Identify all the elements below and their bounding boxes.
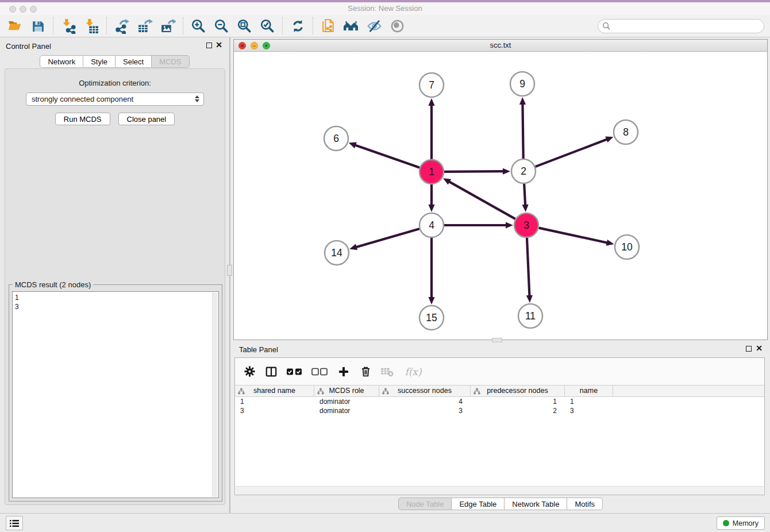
close-panel-button[interactable]: Close panel — [118, 113, 175, 125]
hide-all-columns-button[interactable] — [310, 363, 330, 380]
graph-node-9[interactable]: 9 — [510, 72, 534, 96]
network-minimize-button[interactable]: − — [251, 42, 258, 49]
status-bar: Memory — [0, 513, 770, 532]
graph-node-4[interactable]: 4 — [419, 213, 444, 237]
table-cell[interactable]: 1 — [565, 397, 613, 406]
delete-table-button[interactable] — [379, 363, 396, 380]
table-float-icon[interactable] — [746, 346, 752, 352]
network-close-button[interactable]: ✕ — [238, 42, 246, 49]
column-header-predecessor-nodes[interactable]: predecessor nodes — [471, 385, 565, 396]
table-tab-motifs[interactable]: Motifs — [567, 498, 603, 510]
graph-node-8[interactable]: 8 — [614, 120, 638, 144]
graph-edge-1-2[interactable] — [444, 171, 505, 172]
graph-edge-3-10[interactable] — [538, 228, 608, 243]
result-scrollbar[interactable] — [212, 292, 218, 497]
table-cell[interactable]: 2 — [471, 406, 565, 415]
save-session-button[interactable] — [26, 17, 49, 35]
app-minimize-button[interactable] — [20, 6, 26, 13]
tab-mcds[interactable]: MCDS — [152, 55, 189, 68]
graph-node-2[interactable]: 2 — [511, 159, 536, 183]
export-image-button[interactable] — [156, 17, 179, 35]
graph-edge-2-9[interactable] — [522, 103, 523, 159]
split-panel-button[interactable] — [263, 363, 280, 380]
table-cell[interactable]: dominator — [314, 397, 379, 406]
search-input[interactable] — [598, 19, 764, 33]
app-zoom-button[interactable] — [30, 6, 37, 13]
show-graphics-details-button[interactable] — [386, 17, 409, 35]
table-row[interactable]: 3dominator323 — [235, 406, 764, 415]
network-maximize-button[interactable]: + — [263, 42, 270, 49]
graph-node-3[interactable]: 3 — [514, 213, 538, 237]
graph-node-14[interactable]: 14 — [325, 241, 349, 265]
graph-edge-3-1[interactable] — [448, 181, 515, 219]
table-tab-network-table[interactable]: Network Table — [505, 498, 567, 510]
table-horizontal-scrollbar[interactable] — [236, 486, 764, 495]
table-cell[interactable]: 3 — [565, 406, 613, 415]
memory-button[interactable]: Memory — [717, 516, 765, 530]
table-settings-button[interactable] — [241, 363, 258, 380]
graph-edge-2-8[interactable] — [536, 139, 609, 167]
show-all-networks-button[interactable] — [340, 17, 363, 35]
table-cell[interactable]: 4 — [379, 397, 471, 406]
zoom-out-button[interactable] — [210, 17, 233, 35]
table-row[interactable]: 1dominator411 — [235, 397, 764, 406]
graph-edge-1-6[interactable] — [354, 145, 419, 168]
graph-node-11[interactable]: 11 — [518, 304, 542, 328]
graph-edge-3-11[interactable] — [527, 238, 530, 297]
tab-style[interactable]: Style — [83, 55, 116, 68]
column-header-MCDS-role[interactable]: MCDS role — [314, 385, 379, 396]
tab-network[interactable]: Network — [40, 55, 83, 68]
zoom-selected-button[interactable] — [256, 17, 279, 35]
function-builder-button[interactable]: f(x) — [401, 363, 426, 380]
zoom-in-button[interactable] — [187, 17, 210, 35]
table-cell[interactable]: dominator — [314, 406, 379, 415]
table-cell[interactable]: 1 — [471, 397, 565, 406]
trash-icon — [360, 365, 372, 377]
delete-columns-button[interactable] — [357, 363, 374, 380]
tab-select[interactable]: Select — [116, 55, 152, 68]
import-table-button[interactable] — [80, 17, 103, 35]
panel-splitter-handle[interactable] — [227, 265, 232, 276]
network-window-titlebar[interactable]: ✕ − + scc.txt — [234, 40, 767, 52]
graph-node-7[interactable]: 7 — [419, 73, 444, 97]
import-network-button[interactable] — [57, 17, 80, 35]
close-panel-icon[interactable]: ✕ — [215, 41, 222, 49]
column-header-shared-name[interactable]: shared name — [235, 385, 314, 396]
graph-node-15[interactable]: 15 — [419, 306, 444, 330]
graph-node-6[interactable]: 6 — [324, 126, 348, 151]
node-label: 1 — [429, 166, 434, 178]
open-app-store-button[interactable] — [317, 17, 340, 35]
memory-label: Memory — [733, 519, 759, 527]
graph-node-10[interactable]: 10 — [615, 235, 639, 259]
table-cell[interactable]: 1 — [235, 397, 314, 406]
app-close-button[interactable] — [9, 6, 16, 13]
graph-edge-2-3[interactable] — [524, 184, 525, 206]
eye-slash-icon — [367, 18, 382, 34]
edge-arrowhead — [428, 205, 434, 212]
table-tab-node-table[interactable]: Node Table — [398, 498, 452, 510]
show-all-columns-button[interactable] — [284, 363, 305, 380]
memory-status-dot — [723, 520, 729, 526]
task-history-button[interactable] — [6, 516, 23, 530]
table-cell[interactable]: 3 — [235, 406, 314, 415]
run-mcds-button[interactable]: Run MCDS — [55, 113, 110, 125]
table-close-icon[interactable]: ✕ — [756, 344, 763, 352]
export-table-button[interactable] — [133, 17, 156, 35]
graph-edge-4-14[interactable] — [355, 229, 419, 248]
table-tab-edge-table[interactable]: Edge Table — [452, 498, 505, 510]
export-network-button[interactable] — [110, 17, 133, 35]
column-header-successor-nodes[interactable]: successor nodes — [379, 385, 471, 396]
export-network-icon — [114, 18, 130, 34]
hide-graphics-details-button[interactable] — [363, 17, 386, 35]
column-header-name[interactable]: name — [565, 385, 613, 396]
float-panel-icon[interactable] — [206, 43, 212, 48]
mcds-result-area[interactable]: 13 — [12, 291, 219, 498]
optimization-criterion-select[interactable]: strongly connected component — [26, 92, 204, 106]
open-session-button[interactable] — [3, 17, 26, 35]
zoom-fit-button[interactable] — [233, 17, 256, 35]
graph-node-1[interactable]: 1 — [419, 160, 444, 184]
create-column-button[interactable] — [335, 363, 352, 380]
refresh-button[interactable] — [286, 17, 309, 35]
network-canvas[interactable]: 7968124314101511 — [234, 52, 767, 340]
table-cell[interactable]: 3 — [379, 406, 471, 415]
